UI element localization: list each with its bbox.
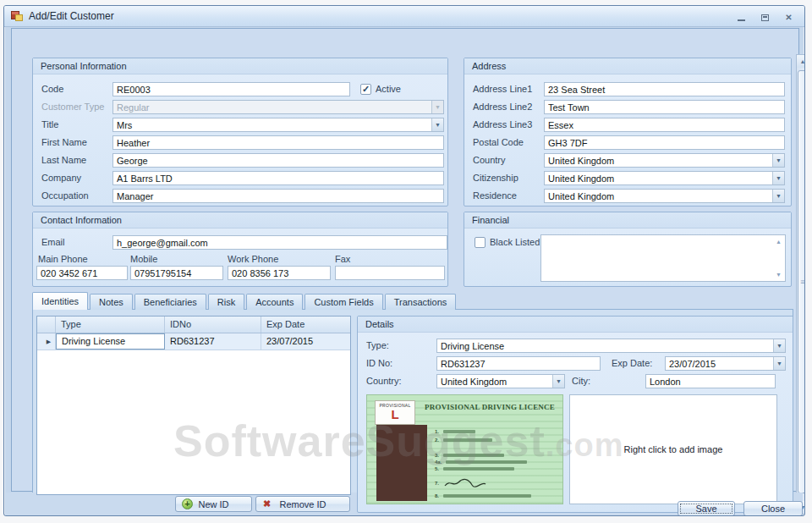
title-value[interactable] <box>113 118 431 131</box>
postal-code-input[interactable] <box>544 135 785 150</box>
scrollbar-thumb[interactable]: ≡ <box>798 70 805 493</box>
tab-risk[interactable]: Risk <box>208 294 244 310</box>
signature-graphic <box>443 477 487 489</box>
citizenship-value[interactable] <box>545 172 772 184</box>
maximize-icon <box>761 14 769 21</box>
black-listed-checkbox[interactable] <box>475 237 486 248</box>
main-phone-input[interactable] <box>36 266 128 280</box>
provisional-badge: PROVISIONAL L <box>375 400 415 425</box>
licence-line-number: 4a. <box>435 460 442 465</box>
table-row[interactable]: ▶ Driving License RD631237 23/07/2015 <box>37 333 350 350</box>
cell-type[interactable]: Driving License <box>56 333 165 350</box>
chevron-down-icon: ▼ <box>435 104 441 110</box>
address-line2-label: Address Line2 <box>473 100 532 114</box>
tab-notes[interactable]: Notes <box>90 294 133 310</box>
minimize-icon <box>738 19 745 21</box>
close-dialog-button[interactable]: Close <box>743 501 803 516</box>
address-line3-input[interactable] <box>544 118 785 132</box>
address-group: Address Address Line1 Address Line2 Addr… <box>464 58 792 206</box>
scrollbar-up-button[interactable]: ▲ <box>797 55 805 68</box>
tab-transactions[interactable]: Transactions <box>385 294 457 310</box>
last-name-input[interactable] <box>112 153 444 168</box>
licence-title: PROVISIONAL DRIVING LICENCE <box>420 403 560 411</box>
postal-code-label: Postal Code <box>473 135 524 150</box>
new-id-button[interactable]: + New ID <box>175 496 252 512</box>
licence-line-number: 1. <box>435 429 439 434</box>
email-input[interactable] <box>112 235 447 250</box>
detail-country-value[interactable] <box>437 375 552 388</box>
identities-grid: Type IDNo Exp Date ▶ Driving License RD6… <box>36 316 351 495</box>
tab-beneficiaries[interactable]: Beneficiaries <box>134 294 206 310</box>
residence-dropdown-button[interactable]: ▼ <box>772 190 784 202</box>
detail-exp-value[interactable] <box>666 357 773 370</box>
tab-identities[interactable]: Identities <box>32 292 88 310</box>
company-label: Company <box>41 171 81 185</box>
remove-id-button[interactable]: ✖ Remove ID <box>255 496 350 512</box>
licence-line-number: 3. <box>435 453 439 458</box>
fax-input[interactable] <box>335 266 445 280</box>
mobile-input[interactable] <box>130 266 223 280</box>
code-input[interactable] <box>112 82 350 96</box>
tab-accounts[interactable]: Accounts <box>246 294 303 310</box>
main-phone-label: Main Phone <box>38 252 88 267</box>
chevron-down-icon: ▼ <box>776 193 782 199</box>
residence-label: Residence <box>473 189 517 203</box>
detail-country-dropdown-button[interactable]: ▼ <box>552 375 564 388</box>
country-combo[interactable]: ▼ <box>544 153 785 168</box>
citizenship-label: Citizenship <box>473 171 518 185</box>
financial-notes-textarea[interactable]: ▲ ▼ <box>540 234 786 282</box>
arrow-up-icon: ▲ <box>800 58 805 64</box>
scroll-down-icon[interactable]: ▼ <box>776 272 782 278</box>
residence-value[interactable] <box>545 190 772 202</box>
detail-type-combo[interactable]: ▼ <box>436 339 786 353</box>
cell-expdate[interactable]: 23/07/2015 <box>261 333 350 350</box>
address-line1-input[interactable] <box>544 82 785 96</box>
citizenship-combo[interactable]: ▼ <box>544 171 785 185</box>
chevron-down-icon: ▼ <box>435 122 441 128</box>
detail-exp-label: Exp Date: <box>612 356 652 371</box>
tab-custom-fields[interactable]: Custom Fields <box>304 294 382 310</box>
active-checkbox[interactable]: ✓ <box>360 84 371 95</box>
work-phone-input[interactable] <box>228 266 331 280</box>
id-document-image[interactable]: PROVISIONAL L PROVISIONAL DRIVING LICENC… <box>366 394 563 504</box>
address-line2-input[interactable] <box>544 100 785 114</box>
residence-combo[interactable]: ▼ <box>544 189 785 203</box>
grid-column-idno[interactable]: IDNo <box>165 317 261 333</box>
country-value[interactable] <box>545 154 772 167</box>
licence-line-number: 2. <box>435 438 439 443</box>
title-combo[interactable]: ▼ <box>112 118 444 132</box>
save-button[interactable]: Save <box>678 501 735 516</box>
titlebar[interactable]: Add/Edit Customer ✕ <box>4 6 804 27</box>
detail-type-value[interactable] <box>437 339 773 352</box>
vertical-scrollbar[interactable]: ▲ ≡ ▼ <box>796 54 805 515</box>
detail-type-dropdown-button[interactable]: ▼ <box>773 339 785 352</box>
add-image-dropzone[interactable]: Right click to add image <box>569 394 777 504</box>
licence-line-number: 8. <box>435 493 439 498</box>
company-input[interactable] <box>112 171 444 185</box>
detail-city-input[interactable] <box>645 374 776 388</box>
thumb-grip-icon: ≡ <box>800 278 804 286</box>
grid-marker-header <box>37 317 56 333</box>
title-dropdown-button[interactable]: ▼ <box>431 118 443 131</box>
minimize-button[interactable] <box>734 12 749 23</box>
close-button[interactable]: ✕ <box>782 12 796 23</box>
citizenship-dropdown-button[interactable]: ▼ <box>772 172 784 184</box>
grid-column-type[interactable]: Type <box>56 317 165 333</box>
maximize-button[interactable] <box>758 12 772 23</box>
form-app-icon <box>11 11 23 22</box>
detail-id-input[interactable] <box>436 356 601 371</box>
detail-city-label: City: <box>572 374 590 388</box>
cell-idno[interactable]: RD631237 <box>165 333 261 350</box>
learner-l-mark: L <box>376 408 414 421</box>
scroll-up-icon[interactable]: ▲ <box>776 239 782 245</box>
chevron-down-icon: ▼ <box>776 157 782 163</box>
country-dropdown-button[interactable]: ▼ <box>772 154 784 167</box>
close-icon: ✕ <box>785 13 792 22</box>
occupation-input[interactable] <box>112 189 444 203</box>
detail-exp-combo[interactable]: ▼ <box>665 356 786 371</box>
first-name-input[interactable] <box>112 135 444 150</box>
work-phone-label: Work Phone <box>228 252 278 267</box>
detail-exp-dropdown-button[interactable]: ▼ <box>773 357 785 370</box>
detail-country-combo[interactable]: ▼ <box>436 374 565 388</box>
grid-column-expdate[interactable]: Exp Date <box>261 317 350 333</box>
